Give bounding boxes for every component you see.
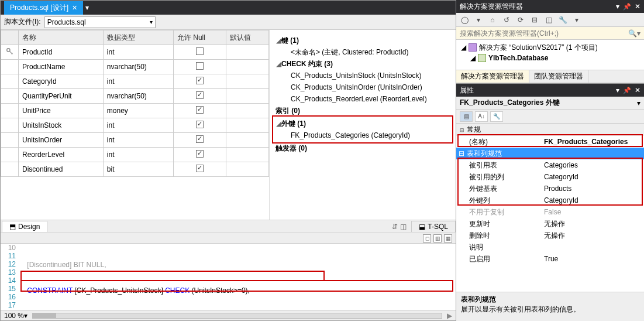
- table-row[interactable]: Discontinuedbit: [1, 162, 269, 177]
- table-row[interactable]: ReorderLevelint: [1, 148, 269, 162]
- check-node[interactable]: ◢CHECK 约束 (3): [273, 58, 452, 70]
- prop-desc[interactable]: 说明: [456, 241, 644, 253]
- col-type[interactable]: int: [103, 133, 173, 148]
- tool-square-icon[interactable]: ◻: [423, 234, 431, 243]
- col-null[interactable]: [173, 45, 226, 60]
- prop-notrepl[interactable]: 不用于复制False: [456, 206, 644, 218]
- col-null[interactable]: [173, 148, 226, 162]
- col-type[interactable]: nvarchar(50): [103, 89, 173, 104]
- col-name[interactable]: UnitPrice: [19, 104, 104, 118]
- col-null[interactable]: [173, 74, 226, 89]
- tab-design[interactable]: ⬒ Design: [2, 221, 47, 232]
- properties-grid[interactable]: ⊟常规 (名称)FK_Products_Categories ⊟表和列规范 被引…: [456, 124, 644, 292]
- home-icon[interactable]: ⌂: [488, 15, 497, 25]
- pin-icon[interactable]: 📌: [623, 87, 631, 94]
- zoom-level[interactable]: 100 %: [4, 312, 24, 320]
- col-type[interactable]: int: [103, 148, 173, 162]
- col-default[interactable]: [226, 104, 269, 118]
- chevron-down-icon[interactable]: ▾: [637, 99, 640, 107]
- fk-node[interactable]: ◢外键 (1): [273, 118, 452, 129]
- col-default[interactable]: [226, 89, 269, 104]
- col-null[interactable]: [173, 60, 226, 74]
- table-row[interactable]: CategoryIdint: [1, 74, 269, 89]
- tab-solution-explorer[interactable]: 解决方案资源管理器: [456, 70, 529, 83]
- back-icon[interactable]: ◯: [460, 15, 469, 25]
- code-editor[interactable]: [Discontinued] BIT NULL, CONSTRAINT [CK_…: [19, 244, 456, 310]
- prop-onupd[interactable]: 更新时无操作: [456, 218, 644, 230]
- prop-ondel[interactable]: 删除时无操作: [456, 230, 644, 241]
- pane-split-icon[interactable]: ◫: [400, 223, 407, 231]
- categorized-icon[interactable]: ▤: [460, 111, 473, 122]
- col-name[interactable]: ProductId: [19, 45, 104, 60]
- fwd-icon[interactable]: ▾: [474, 15, 483, 25]
- col-name[interactable]: CategoryId: [19, 74, 104, 89]
- script-file-combo[interactable]: Products.sql ▾: [44, 16, 156, 28]
- col-name[interactable]: ReorderLevel: [19, 148, 104, 162]
- col-type[interactable]: bit: [103, 162, 173, 177]
- check-item[interactable]: CK_Products_ReorderLevel (ReorderLevel): [273, 93, 452, 105]
- col-type[interactable]: int: [103, 118, 173, 133]
- col-name[interactable]: UnitsInStock: [19, 118, 104, 133]
- show-all-icon[interactable]: ◫: [544, 15, 553, 25]
- pin-icon[interactable]: 📌: [623, 3, 631, 11]
- solution-search[interactable]: 🔍▾: [456, 27, 644, 40]
- col-type[interactable]: int: [103, 74, 173, 89]
- col-null-header[interactable]: 允许 Null: [173, 30, 226, 45]
- check-item[interactable]: CK_Products_UnitsInStock (UnitsInStock): [273, 70, 452, 81]
- check-item[interactable]: CK_Products_UnitsInOrder (UnitsInOrder): [273, 81, 452, 93]
- hscrollbar[interactable]: [32, 313, 442, 319]
- zoom-chevron-icon[interactable]: ▾: [24, 312, 27, 320]
- prop-enabled[interactable]: 已启用True: [456, 253, 644, 265]
- col-null[interactable]: [173, 118, 226, 133]
- col-null[interactable]: [173, 89, 226, 104]
- arrow-up-icon[interactable]: ⇵: [392, 223, 398, 231]
- alphabetical-icon[interactable]: A↓: [475, 111, 488, 122]
- col-type[interactable]: nvarchar(50): [103, 60, 173, 74]
- col-default[interactable]: [226, 148, 269, 162]
- close-icon[interactable]: ✕: [635, 2, 640, 11]
- dropdown-icon[interactable]: ▾: [616, 2, 619, 11]
- sync-icon[interactable]: ↺: [502, 15, 511, 25]
- tool-split-icon[interactable]: ▥: [433, 234, 442, 243]
- table-row[interactable]: ProductNamenvarchar(50): [1, 60, 269, 74]
- expand-icon[interactable]: ◢: [470, 54, 476, 62]
- keys-pk[interactable]: <未命名> (主键, Clustered: ProductId): [273, 46, 452, 58]
- table-row[interactable]: UnitsInOrderint: [1, 133, 269, 148]
- properties-icon[interactable]: 🔧: [558, 15, 567, 25]
- index-node[interactable]: 索引 (0): [273, 105, 452, 117]
- col-key-header[interactable]: [1, 30, 19, 45]
- col-type[interactable]: int: [103, 45, 173, 60]
- solution-search-input[interactable]: [460, 29, 628, 37]
- close-icon[interactable]: ✕: [635, 86, 640, 94]
- tab-team-explorer[interactable]: 团队资源管理器: [529, 70, 588, 83]
- refresh-icon[interactable]: ⟳: [516, 15, 525, 25]
- prop-pages-icon[interactable]: 🔧: [490, 111, 503, 122]
- tab-products-sql[interactable]: Products.sql [设计] ✕: [4, 1, 83, 15]
- search-icon[interactable]: 🔍▾: [628, 29, 640, 37]
- trigger-node[interactable]: 触发器 (0): [273, 142, 452, 154]
- col-default[interactable]: [226, 45, 269, 60]
- expand-icon[interactable]: ◢: [461, 43, 466, 52]
- solution-tree[interactable]: ◢解决方案 “SolutionVS2017” (1 个项目) ◢YlbTech.…: [456, 40, 644, 70]
- col-name[interactable]: UnitsInOrder: [19, 133, 104, 148]
- col-name-header[interactable]: 名称: [19, 30, 104, 45]
- properties-object[interactable]: FK_Products_Categories 外键 ▾: [456, 97, 644, 110]
- dropdown-icon[interactable]: ▾: [616, 86, 619, 94]
- table-row[interactable]: QuantityPerUnitnvarchar(50): [1, 89, 269, 104]
- col-name[interactable]: Discontinued: [19, 162, 104, 177]
- table-row[interactable]: UnitsInStockint: [1, 118, 269, 133]
- col-default[interactable]: [226, 118, 269, 133]
- keys-node[interactable]: ◢键 (1): [273, 35, 452, 46]
- close-icon[interactable]: ✕: [72, 4, 77, 12]
- collapse-icon[interactable]: ⊟: [530, 15, 539, 25]
- tab-dropdown-icon[interactable]: ▾: [85, 4, 89, 12]
- table-row[interactable]: UnitPricemoney: [1, 104, 269, 118]
- col-default[interactable]: [226, 133, 269, 148]
- col-type[interactable]: money: [103, 104, 173, 118]
- tab-tsql[interactable]: ⬓ T-SQL: [411, 221, 456, 232]
- col-null[interactable]: [173, 133, 226, 148]
- more-icon[interactable]: ▾: [572, 15, 581, 25]
- col-default[interactable]: [226, 162, 269, 177]
- col-null[interactable]: [173, 162, 226, 177]
- col-null[interactable]: [173, 104, 226, 118]
